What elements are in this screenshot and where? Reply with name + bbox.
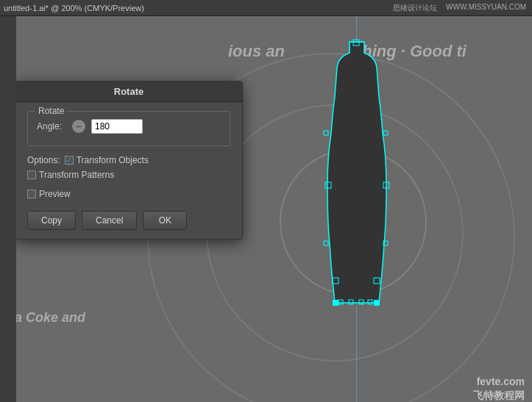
svg-rect-8 bbox=[324, 131, 328, 135]
ruler-left bbox=[0, 16, 16, 402]
angle-label: Angle: bbox=[37, 121, 66, 132]
canvas-text-1: ious an bbox=[228, 42, 285, 61]
title-bar-right: 思绪设计论坛 WWW.MISSYUAN.COM bbox=[393, 3, 532, 13]
rotate-group-label: Rotate bbox=[35, 106, 67, 116]
cancel-button[interactable]: Cancel bbox=[82, 211, 137, 230]
transform-objects-label: Transform Objects bbox=[77, 155, 149, 165]
transform-patterns-checkbox[interactable] bbox=[27, 171, 36, 179]
watermark: fevte.com 飞特教程网 bbox=[473, 375, 525, 402]
angle-decrement-button[interactable] bbox=[72, 120, 85, 133]
watermark-line2: 飞特教程网 bbox=[473, 389, 525, 402]
dialog-title-bar: Rotate bbox=[15, 82, 242, 102]
site-link-2: WWW.MISSYUAN.COM bbox=[446, 3, 526, 13]
preview-label: Preview bbox=[39, 189, 71, 199]
options-label: Options: bbox=[27, 155, 60, 165]
title-bar: untitled-1.ai* @ 200% (CMYK/Preview) 思绪设… bbox=[0, 0, 532, 16]
svg-rect-10 bbox=[324, 241, 328, 245]
svg-rect-9 bbox=[383, 131, 388, 135]
canvas-text-3: a Coke and bbox=[15, 310, 85, 326]
svg-rect-6 bbox=[333, 300, 338, 306]
bottle-svg bbox=[316, 38, 397, 310]
dialog-buttons: Copy Cancel OK bbox=[27, 211, 230, 230]
rotate-group: Rotate Angle: bbox=[27, 111, 230, 146]
watermark-line1: fevte.com bbox=[473, 375, 525, 390]
angle-input[interactable] bbox=[91, 119, 143, 134]
ok-button[interactable]: OK bbox=[143, 211, 187, 230]
svg-rect-7 bbox=[374, 300, 380, 306]
dialog-title: Rotate bbox=[114, 86, 143, 97]
rotate-dialog: Rotate Rotate Angle: Options: Transform … bbox=[15, 81, 243, 240]
angle-row: Angle: bbox=[37, 119, 221, 134]
preview-option[interactable]: Preview bbox=[27, 189, 71, 199]
options-row: Options: Transform Objects Transform Pat… bbox=[27, 155, 230, 180]
transform-patterns-label: Transform Patterns bbox=[39, 170, 114, 180]
transform-patterns-option[interactable]: Transform Patterns bbox=[27, 170, 114, 180]
copy-button[interactable]: Copy bbox=[27, 211, 76, 230]
preview-row: Preview bbox=[27, 189, 230, 199]
dialog-body: Rotate Angle: Options: Transform Objects… bbox=[15, 102, 242, 239]
site-link-1: 思绪设计论坛 bbox=[393, 3, 437, 13]
preview-checkbox[interactable] bbox=[27, 190, 36, 198]
window-title: untitled-1.ai* @ 200% (CMYK/Preview) bbox=[4, 4, 393, 12]
transform-objects-checkbox[interactable] bbox=[65, 156, 74, 165]
transform-objects-option[interactable]: Transform Objects bbox=[65, 155, 149, 165]
